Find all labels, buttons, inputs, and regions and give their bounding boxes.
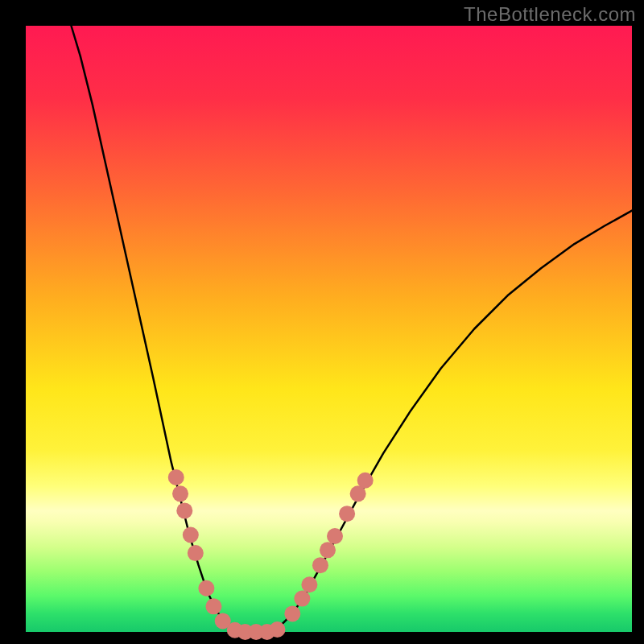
data-marker xyxy=(183,527,199,543)
plot-area xyxy=(26,26,632,632)
data-marker xyxy=(172,485,188,502)
data-marker xyxy=(339,506,355,522)
chart-svg xyxy=(26,26,632,632)
data-marker xyxy=(294,591,310,607)
data-marker xyxy=(320,542,336,558)
data-marker xyxy=(188,545,204,561)
data-marker xyxy=(198,580,214,597)
watermark-text: TheBottleneck.com xyxy=(464,3,636,26)
data-marker xyxy=(301,576,317,592)
curve-segment xyxy=(71,26,244,632)
data-marker xyxy=(312,557,328,573)
data-marker xyxy=(327,528,343,544)
data-marker xyxy=(205,598,221,614)
data-marker xyxy=(357,473,374,489)
data-marker xyxy=(270,621,286,638)
chart-frame: TheBottleneck.com xyxy=(0,0,644,644)
data-marker xyxy=(284,605,300,621)
data-marker xyxy=(168,469,184,485)
data-marker xyxy=(176,502,192,518)
